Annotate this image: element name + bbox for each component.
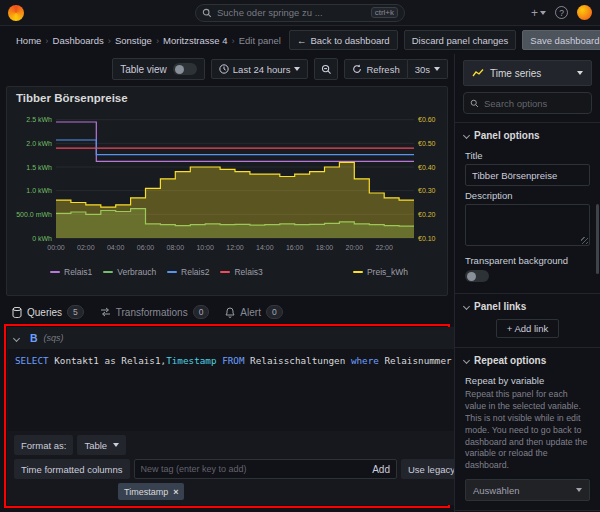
panel-toolbar: Table view Last 24 hours Refresh 30s (0, 54, 454, 84)
tab-queries[interactable]: Queries 5 (12, 305, 84, 319)
annotation-rectangle: B (sqs) SELECT Kontakt1 as Relais1,Times… (4, 324, 450, 508)
tag-input[interactable]: New tag (enter key to add) Add (134, 459, 397, 479)
breadcrumb-separator: › (231, 35, 234, 46)
search-icon (202, 8, 212, 18)
tab-label: Queries (27, 307, 62, 318)
section-title: Repeat options (474, 355, 546, 366)
svg-text:1.0 kWh: 1.0 kWh (26, 187, 52, 194)
table-view-toggle[interactable]: Table view (112, 58, 205, 80)
timestamp-tag-chip[interactable]: Timestamp × (118, 483, 184, 500)
section-title: Panel options (474, 130, 540, 141)
svg-text:€0.40: €0.40 (418, 164, 436, 171)
table-view-label: Table view (120, 64, 167, 75)
help-icon[interactable]: ? (555, 6, 568, 19)
tab-badge: 0 (266, 305, 283, 319)
collapse-chevron-icon[interactable] (13, 334, 20, 341)
breadcrumb-bar: Home› Dashboards› Sonstige› Moritzstrass… (0, 26, 600, 54)
repeat-description: Repeat this panel for each value in the … (465, 389, 590, 472)
time-range-label: Last 24 hours (233, 64, 291, 75)
breadcrumb-dashboard[interactable]: Moritzstrasse 4 (163, 35, 227, 46)
remove-tag-icon[interactable]: × (173, 487, 178, 497)
chevron-down-icon (463, 303, 470, 310)
panel-links-header[interactable]: Panel links (455, 294, 600, 317)
breadcrumb-edit-panel: Edit panel (239, 35, 281, 46)
chevron-down-icon (294, 67, 300, 71)
chevron-down-icon (577, 71, 583, 75)
svg-text:1.5 kWh: 1.5 kWh (26, 164, 52, 171)
legend-item-relais3[interactable]: Relais3 (220, 267, 262, 277)
tag-add-button[interactable]: Add (372, 464, 390, 475)
legend-item-relais1[interactable]: Relais1 (50, 267, 92, 277)
refresh-button[interactable]: Refresh (344, 59, 407, 79)
edit-panel-main: Table view Last 24 hours Refresh 30s Tib… (0, 54, 454, 512)
table-view-switch[interactable] (173, 63, 197, 75)
refresh-interval-dropdown[interactable]: 30s (408, 59, 448, 79)
breadcrumb-folder[interactable]: Sonstige (115, 35, 152, 46)
tag-input-placeholder: New tag (enter key to add) (141, 464, 367, 474)
repeat-variable-placeholder: Auswählen (473, 485, 519, 496)
discard-panel-changes-button[interactable]: Discard panel changes (404, 30, 517, 50)
add-link-button[interactable]: + Add link (496, 319, 559, 338)
global-search[interactable]: Suche oder springe zu ... ctrl+k (195, 4, 405, 22)
tab-transformations[interactable]: Transformations 0 (100, 305, 210, 319)
legend-label: Relais2 (181, 267, 209, 277)
chevron-down-icon (463, 132, 470, 139)
user-avatar[interactable] (577, 5, 592, 20)
new-menu-button[interactable]: + (531, 6, 546, 20)
svg-text:2.0 kWh: 2.0 kWh (26, 140, 52, 147)
legend-item-verbrauch[interactable]: Verbrauch (103, 267, 156, 277)
legend-marker (50, 271, 60, 274)
search-shortcut: ctrl+k (371, 7, 398, 18)
svg-text:€0.60: €0.60 (418, 116, 436, 123)
format-as-label: Format as: (14, 435, 73, 455)
panel-options-header[interactable]: Panel options (455, 123, 600, 146)
back-to-dashboard-button[interactable]: ←Back to dashboard (289, 30, 398, 50)
legend-item-relais2[interactable]: Relais2 (167, 267, 209, 277)
svg-text:08:00: 08:00 (167, 244, 185, 251)
time-range-picker[interactable]: Last 24 hours (211, 59, 309, 79)
grafana-logo[interactable] (8, 5, 24, 21)
tab-badge: 0 (193, 305, 210, 319)
svg-text:12:00: 12:00 (226, 244, 244, 251)
save-dashboard-button[interactable]: Save dashboard (522, 30, 600, 50)
breadcrumb-separator: › (45, 35, 48, 46)
repeat-options-header[interactable]: Repeat options (455, 348, 600, 371)
section-panel-links: Panel links + Add link (455, 293, 600, 347)
chevron-down-icon (113, 443, 119, 447)
format-as-select[interactable]: Table (77, 435, 126, 455)
legend-marker (103, 271, 113, 274)
breadcrumb-dashboards[interactable]: Dashboards (53, 35, 104, 46)
panel-title-input[interactable] (465, 164, 590, 186)
visualization-picker[interactable]: Time series (463, 60, 592, 86)
legend-marker (353, 271, 363, 274)
legend-item-preis-kwh[interactable]: Preis_kWh (353, 267, 408, 277)
legend-label: Preis_kWh (367, 267, 408, 277)
breadcrumb-separator: › (108, 35, 111, 46)
timeseries-chart[interactable]: 0 kWh€0.10500.0 mWh€0.201.0 kWh€0.301.5 … (16, 106, 450, 264)
legend-label: Relais1 (64, 267, 92, 277)
plus-icon: + (531, 6, 538, 20)
zoom-out-button[interactable] (314, 58, 338, 80)
panel-description-textarea[interactable] (465, 204, 590, 246)
repeat-variable-select[interactable]: Auswählen (465, 479, 590, 501)
panel-title: Tibber Börsenpreise (16, 92, 438, 104)
svg-text:20:00: 20:00 (346, 244, 364, 251)
svg-text:16:00: 16:00 (286, 244, 304, 251)
tab-label: Alert (240, 307, 261, 318)
query-datasource: (sqs) (44, 333, 64, 343)
legend-marker (220, 271, 230, 274)
sidebar-scrollbar[interactable] (596, 204, 599, 274)
refresh-label: Refresh (366, 64, 399, 75)
breadcrumb: Home› Dashboards› Sonstige› Moritzstrass… (16, 35, 281, 46)
bell-icon (225, 307, 235, 318)
transform-icon (100, 307, 111, 317)
transparent-background-label: Transparent background (465, 255, 568, 266)
options-search[interactable]: Search options (463, 92, 592, 114)
top-navigation-bar: Suche oder springe zu ... ctrl+k + ? (0, 0, 600, 26)
breadcrumb-home[interactable]: Home (16, 35, 41, 46)
tab-alert[interactable]: Alert 0 (225, 305, 282, 319)
transparent-background-switch[interactable] (465, 270, 489, 282)
chart-line-icon (472, 68, 484, 78)
repeat-by-variable-label: Repeat by variable (465, 375, 590, 386)
database-icon (12, 307, 22, 318)
